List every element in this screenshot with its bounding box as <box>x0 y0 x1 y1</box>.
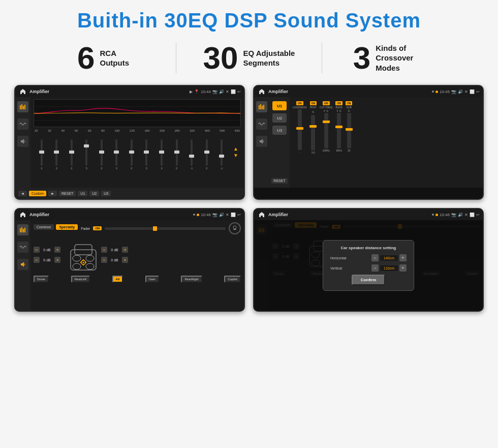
back-icon-1: ↩ <box>237 89 241 94</box>
cutfreq-label: CUT FREQ <box>320 106 332 109</box>
wave-icon[interactable] <box>17 118 28 130</box>
horizontal-minus-btn[interactable]: − <box>371 254 379 261</box>
db-minus-fl[interactable]: − <box>34 247 40 253</box>
db-minus-rl[interactable]: − <box>34 257 40 263</box>
db-value-fl: 0 dB <box>41 248 53 252</box>
dsp-u-buttons: U1 U2 U3 RESET <box>269 97 290 188</box>
wave-icon-2[interactable] <box>256 118 267 130</box>
sub-on[interactable]: ON <box>346 101 353 105</box>
home-icon-1[interactable] <box>18 87 27 96</box>
camera-icon-3: 📷 <box>212 213 217 217</box>
screen-dsp: Amplifier 10:45 📷 🔊 ✕ ⬜ ↩ <box>253 85 484 200</box>
eq-icon[interactable] <box>17 101 28 112</box>
svg-rect-13 <box>20 228 21 232</box>
screen2-title: Amplifier <box>268 89 430 94</box>
db-minus-fr[interactable]: − <box>101 247 107 253</box>
cutfreq-on[interactable]: ON <box>323 101 330 105</box>
svg-marker-4 <box>21 139 24 144</box>
loudness-on[interactable]: ON <box>296 101 303 105</box>
window-icon-1: ⬜ <box>231 89 236 94</box>
loudness-label: LOUDNESS <box>293 106 307 109</box>
window-icon-4: ⬜ <box>470 213 475 217</box>
screen3-body: Common Specialty Fader ON <box>15 220 244 311</box>
fader-track[interactable] <box>105 227 226 230</box>
sub-slider[interactable] <box>347 113 351 148</box>
dsp-u2-btn[interactable]: U2 <box>272 113 287 123</box>
dialog-vertical-row: Vertical − 110cm + <box>330 264 407 272</box>
eq-arrows[interactable]: ▲▼ <box>231 134 241 170</box>
dsp-u3-btn[interactable]: U3 <box>272 126 287 135</box>
db-value-rr: 0 dB <box>108 258 121 262</box>
svg-point-26 <box>83 262 84 263</box>
dsp-phat: ON PHAT G 3.0 <box>310 101 317 184</box>
db-plus-fr[interactable]: + <box>122 247 128 253</box>
speaker-icon-2[interactable] <box>256 136 267 147</box>
eq-u1-btn[interactable]: U1 <box>78 191 87 196</box>
home-icon-4[interactable] <box>257 210 266 219</box>
svg-rect-1 <box>21 104 22 109</box>
vertical-minus-btn[interactable]: − <box>371 264 379 272</box>
btn-all[interactable]: All <box>112 276 123 283</box>
tab-common[interactable]: Common <box>34 224 54 230</box>
dsp-reset-btn[interactable]: RESET <box>271 178 288 184</box>
speaker-icon-3[interactable] <box>17 259 28 270</box>
eq-u3-btn[interactable]: U3 <box>101 191 111 196</box>
time-1: 10:44 <box>201 89 211 94</box>
svg-rect-14 <box>21 227 22 232</box>
eq-next-btn[interactable]: ► <box>48 191 57 196</box>
camera-icon-1: 📷 <box>212 89 217 94</box>
svg-marker-12 <box>260 139 263 144</box>
eq-icon-3[interactable] <box>17 224 28 235</box>
btn-driver[interactable]: Driver <box>34 276 49 283</box>
eq-prev-btn[interactable]: ◄ <box>18 191 27 196</box>
x-icon-1: ✕ <box>226 89 229 94</box>
home-icon-3[interactable] <box>18 210 27 219</box>
db-plus-fl[interactable]: + <box>54 247 60 253</box>
page-title: Buith-in 30EQ DSP Sound System <box>0 0 498 37</box>
stat-label-rca: RCAOutputs <box>100 48 129 68</box>
db-value-fr: 0 dB <box>108 248 121 252</box>
dsp-loudness: ON LOUDNESS ~ <box>293 101 307 184</box>
back-icon-3: ↩ <box>237 213 241 217</box>
horizontal-plus-btn[interactable]: + <box>399 254 407 261</box>
btn-rear-right[interactable]: RearRight <box>181 276 202 283</box>
eq-custom-btn[interactable]: Custom <box>29 191 46 196</box>
status-icons-3: 10:46 📷 🔊 ✕ ⬜ ↩ <box>193 213 241 217</box>
vertical-plus-btn[interactable]: + <box>399 264 407 272</box>
btn-user[interactable]: User <box>145 276 159 283</box>
dialog-horizontal-row: Horizontal − 140cm + <box>330 254 407 261</box>
loudness-slider[interactable] <box>298 109 302 150</box>
cutfreq-slider[interactable] <box>324 113 328 148</box>
svg-point-22 <box>86 255 94 261</box>
svg-point-23 <box>73 263 81 270</box>
eq-sliders: 0 0 0 5 0 0 0 0 0 0 -1 0 -1 <box>34 134 230 170</box>
sub-label: SUB <box>347 106 352 109</box>
bass-on[interactable]: ON <box>335 101 343 105</box>
bass-slider[interactable] <box>337 113 341 148</box>
home-icon-2[interactable] <box>257 87 266 96</box>
db-plus-rr[interactable]: + <box>122 257 128 263</box>
db-minus-rr[interactable]: − <box>101 257 107 263</box>
phat-label: PHAT <box>310 106 317 109</box>
eq-icon-2[interactable] <box>256 101 267 112</box>
fader-on-badge[interactable]: ON <box>93 226 102 230</box>
vertical-label: Vertical <box>330 266 356 270</box>
btn-copilot[interactable]: Copilot <box>224 276 241 283</box>
tab-specialty[interactable]: Specialty <box>56 224 78 230</box>
stat-label-eq: EQ AdjustableSegments <box>243 48 295 68</box>
play-icon-1: ▶ <box>190 89 193 94</box>
db-plus-rl[interactable]: + <box>54 257 60 263</box>
screen3-side <box>15 220 30 311</box>
eq-reset-btn[interactable]: RESET <box>59 191 76 196</box>
db-control-rear-right: − 0 dB + <box>101 257 128 263</box>
phat-on[interactable]: ON <box>310 101 317 105</box>
dsp-u1-btn[interactable]: U1 <box>272 101 287 110</box>
eq-u2-btn[interactable]: U2 <box>89 191 99 196</box>
phat-slider[interactable] <box>311 115 315 151</box>
vol-icon-1: 🔊 <box>219 89 224 94</box>
wave-icon-3[interactable] <box>17 242 28 253</box>
confirm-button[interactable]: Confirm <box>352 275 386 285</box>
speaker-icon[interactable] <box>17 136 28 147</box>
eq-freq-labels: 253240506380100125160200250320400500630 <box>34 129 241 132</box>
db-control-front-right: − 0 dB + <box>101 247 128 253</box>
